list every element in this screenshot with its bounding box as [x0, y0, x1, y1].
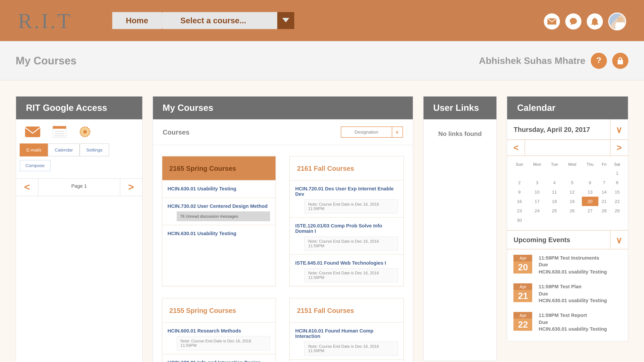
- event-day: 21: [514, 290, 532, 302]
- calendar-day[interactable]: 7: [598, 178, 610, 187]
- course-item: HCIN.620.01 Info and Interaction DesignN…: [162, 354, 276, 362]
- compose-button[interactable]: Compose: [20, 160, 50, 171]
- calendar-dow: Wed: [562, 160, 582, 168]
- next-page-button[interactable]: >: [120, 179, 142, 196]
- term-header[interactable]: 2161 Fall Courses: [290, 156, 403, 180]
- svg-point-8: [83, 130, 87, 134]
- calendar-day[interactable]: 30: [511, 215, 528, 225]
- calendar-day[interactable]: 1: [610, 168, 624, 178]
- upcoming-title: Upcoming Events: [507, 231, 610, 249]
- calendar-day[interactable]: 6: [582, 178, 598, 187]
- term-header[interactable]: 2155 Spring Courses: [162, 299, 276, 322]
- calendar-day: [546, 215, 562, 225]
- course-item: ISTE.645.01 Found Web Technologies INote…: [290, 254, 403, 286]
- calendar-large-icon[interactable]: [53, 126, 66, 139]
- lock-button[interactable]: [612, 52, 628, 68]
- event-month: Apr: [514, 312, 532, 319]
- course-link[interactable]: ISTE.645.01 Found Web Technologies I: [295, 258, 398, 268]
- calendar-day[interactable]: 22: [610, 197, 624, 206]
- calendar-day[interactable]: 17: [528, 197, 546, 206]
- calendar-day[interactable]: 20: [582, 197, 598, 206]
- calendar-day[interactable]: 26: [562, 206, 582, 215]
- course-link[interactable]: HCIN.730.02 User Centered Design Method: [168, 202, 270, 212]
- event-desc: 11:59PM Test PlanDueHCIN.630.01 usabilit…: [539, 283, 607, 304]
- course-item: HCIN.720.01 Des User Exp Internet Enable…: [290, 180, 403, 217]
- google-access-tabs: E-mails Calendar Settings: [16, 143, 142, 156]
- tab-calendar[interactable]: Calendar: [48, 143, 80, 156]
- calendar-table[interactable]: SunMonTueWedThuFriSat1234567891011121314…: [511, 160, 624, 225]
- calendar-day[interactable]: 8: [610, 178, 624, 187]
- term-card: 2161 Fall CoursesHCIN.720.01 Des User Ex…: [290, 156, 404, 287]
- term-header[interactable]: 2165 Spring Courses: [162, 156, 276, 180]
- calendar-day[interactable]: 15: [610, 187, 624, 197]
- event-desc: 11:59PM Test ReportDueHCIN.630.01 usabil…: [539, 312, 607, 333]
- calendar-day[interactable]: 14: [598, 187, 610, 197]
- course-item: HCIN.600.01 Research MethodsNote: Course…: [162, 322, 276, 354]
- course-link[interactable]: HCIN.620.01 Info and Interaction Design: [168, 358, 270, 362]
- course-link[interactable]: HCIN.630.01 Usability Testing: [168, 184, 270, 194]
- bell-icon-button[interactable]: [587, 13, 603, 29]
- calendar-day[interactable]: 9: [511, 187, 528, 197]
- calendar-day[interactable]: 4: [546, 178, 562, 187]
- calendar-day[interactable]: 29: [610, 206, 624, 215]
- help-button[interactable]: ?: [591, 52, 607, 68]
- event-month: Apr: [514, 255, 532, 261]
- course-link[interactable]: HCIN.630.01 Usability Testing: [168, 229, 270, 239]
- calendar-day[interactable]: 2: [511, 178, 528, 187]
- calendar-collapse-button[interactable]: ∨: [610, 119, 628, 139]
- course-link[interactable]: HCIN.600.01 Research Methods: [168, 326, 270, 336]
- calendar-day[interactable]: 24: [528, 206, 546, 215]
- svg-rect-1: [25, 126, 40, 137]
- calendar-day[interactable]: 5: [562, 178, 582, 187]
- prev-page-button[interactable]: <: [16, 179, 38, 196]
- calendar-day[interactable]: 27: [582, 206, 598, 215]
- course-link[interactable]: ISTE.120.01/03 Comp Prob Solve Info Doma…: [295, 221, 398, 237]
- calendar-day[interactable]: 13: [582, 187, 598, 197]
- event-item[interactable]: Apr2111:59PM Test PlanDueHCIN.630.01 usa…: [514, 283, 622, 304]
- event-item[interactable]: Apr2211:59PM Test ReportDueHCIN.630.01 u…: [514, 312, 622, 333]
- select-course-button[interactable]: Select a course...: [162, 12, 278, 29]
- bell-icon: [591, 17, 598, 25]
- settings-large-icon[interactable]: [79, 125, 91, 140]
- course-end-note: Note: Course End Date is Dec 16, 2016 11…: [304, 341, 398, 356]
- user-links-title: User Links: [423, 96, 496, 119]
- calendar-day[interactable]: 16: [511, 197, 528, 206]
- calendar-day: [598, 168, 610, 178]
- event-day: 22: [514, 319, 532, 331]
- chat-icon-button[interactable]: [565, 13, 582, 29]
- event-date: Apr20: [514, 255, 532, 275]
- mail-large-icon[interactable]: [25, 126, 40, 139]
- calendar-dow: Sun: [511, 160, 528, 168]
- calendar-day[interactable]: 19: [562, 197, 582, 206]
- tab-emails[interactable]: E-mails: [20, 143, 48, 156]
- calendar-day[interactable]: 23: [511, 206, 528, 215]
- calendar-day[interactable]: 11: [546, 187, 562, 197]
- home-button[interactable]: Home: [112, 12, 162, 29]
- calendar-day[interactable]: 28: [598, 206, 610, 215]
- event-item[interactable]: Apr2011:59PM Test InstrumentsDueHCIN.630…: [514, 255, 622, 275]
- calendar-day: [562, 168, 582, 178]
- calendar-day[interactable]: 18: [546, 197, 562, 206]
- course-link[interactable]: HCIN.720.01 Des User Exp Internet Enable…: [295, 184, 398, 199]
- course-link[interactable]: HCIN.610.01 Found Human Comp Interaction: [295, 326, 398, 342]
- calendar-day[interactable]: 3: [528, 178, 546, 187]
- select-course-dropdown[interactable]: [278, 12, 294, 29]
- calendar-day[interactable]: 21: [598, 197, 610, 206]
- calendar-day[interactable]: 10: [528, 187, 546, 197]
- calendar-panel: Calendar Thursday, April 20, 2017 ∨ < > …: [507, 96, 628, 341]
- calendar-prev-button[interactable]: <: [507, 140, 525, 156]
- mail-icon-button[interactable]: [544, 13, 560, 29]
- tab-settings[interactable]: Settings: [80, 143, 109, 156]
- page-label: Page 1: [38, 179, 120, 196]
- term-header[interactable]: 2151 Fall Courses: [290, 299, 403, 322]
- calendar-next-button[interactable]: >: [610, 140, 628, 156]
- calendar-day[interactable]: 25: [546, 206, 562, 215]
- upcoming-collapse-button[interactable]: ∨: [610, 231, 628, 249]
- user-avatar[interactable]: [608, 12, 626, 30]
- course-item: STAT.145.09 Introduction to Statistics I…: [290, 359, 403, 362]
- designation-dropdown[interactable]: Designation v: [341, 126, 403, 138]
- calendar-day[interactable]: 12: [562, 187, 582, 197]
- calendar-dow: Tue: [546, 160, 562, 168]
- calendar-dow: Mon: [528, 160, 546, 168]
- unread-badge[interactable]: 76 Unread discussion messages: [176, 211, 270, 221]
